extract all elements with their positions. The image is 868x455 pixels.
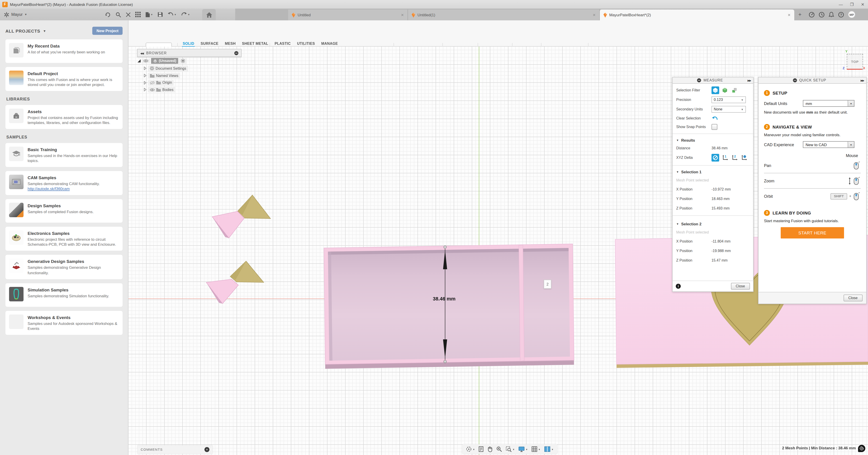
- expanded-icon[interactable]: [137, 59, 141, 62]
- card-workshops-events[interactable]: Workshops & Events Samples used for Auto…: [5, 311, 123, 335]
- secondary-units-dropdown[interactable]: None▼: [712, 106, 746, 113]
- help-icon[interactable]: ?: [838, 11, 844, 18]
- close-tab-icon[interactable]: ✕: [593, 13, 596, 17]
- comments-bar[interactable]: COMMENTS +: [137, 445, 213, 454]
- visibility-eye-icon[interactable]: [142, 59, 150, 63]
- tab-sheet-metal[interactable]: SHEET METAL: [242, 42, 268, 46]
- minimize-icon[interactable]: —: [839, 2, 843, 6]
- xyz-delta-world-button[interactable]: [740, 154, 748, 161]
- all-projects-label[interactable]: ALL PROJECTS: [5, 28, 40, 33]
- minimize-panel-icon[interactable]: [697, 78, 701, 82]
- minimize-panel-icon[interactable]: [793, 78, 797, 82]
- mesh-body-bowtie-2[interactable]: [206, 261, 264, 304]
- minimize-browser-icon[interactable]: [234, 51, 238, 55]
- tab-mesh[interactable]: MESH: [225, 42, 236, 46]
- precision-dropdown[interactable]: 0.123▼: [712, 96, 746, 103]
- chevron-down-icon[interactable]: ▼: [43, 29, 46, 32]
- card-simulation-samples[interactable]: Simulation Samples Samples demonstrating…: [5, 283, 123, 307]
- card-my-recent-data[interactable]: My Recent Data A list of what you've rec…: [5, 39, 123, 63]
- viewports-button[interactable]: ▼: [544, 446, 554, 452]
- save-button[interactable]: [157, 12, 163, 17]
- quick-setup-close-button[interactable]: Close: [843, 295, 863, 301]
- new-project-button[interactable]: New Project: [93, 27, 123, 35]
- card-design-samples[interactable]: Design Samples Samples of completed Fusi…: [5, 199, 123, 223]
- xyz-delta-selection2-button[interactable]: 2: [731, 154, 738, 161]
- maximize-icon[interactable]: ❐: [850, 2, 854, 6]
- notifications-bell-icon[interactable]: [829, 11, 834, 18]
- xyz-delta-selection1-button[interactable]: 1: [721, 154, 729, 161]
- filter-component-button[interactable]: [731, 86, 738, 94]
- redo-button[interactable]: ▼: [181, 12, 190, 17]
- card-electronics-samples[interactable]: Electronics Samples Electronic project f…: [5, 227, 123, 251]
- browser-item-document-settings[interactable]: Document Settings: [144, 65, 188, 71]
- doc-tab-active[interactable]: MayurPatelBoxHeart*(2) ✕: [600, 9, 794, 20]
- visibility-eye-icon[interactable]: [150, 88, 155, 91]
- selection2-section-header[interactable]: ▼ Selection 2: [673, 220, 753, 228]
- new-tab-button[interactable]: +: [798, 9, 802, 20]
- add-comment-icon[interactable]: +: [205, 447, 210, 452]
- orbit-tool-button[interactable]: ▼: [466, 446, 475, 452]
- close-document-button[interactable]: [126, 12, 131, 17]
- tab-solid[interactable]: SOLID: [183, 42, 194, 46]
- grid-snap-button[interactable]: ▼: [531, 446, 540, 452]
- doc-tab-untitled[interactable]: Untitled ✕: [288, 9, 408, 20]
- heart-box-tray-body[interactable]: [324, 244, 574, 369]
- browser-item-origin[interactable]: Origin: [144, 80, 188, 85]
- user-menu[interactable]: Mayur ▼: [4, 9, 27, 20]
- close-tab-icon[interactable]: ✕: [788, 13, 790, 17]
- home-tab-button[interactable]: [202, 9, 216, 20]
- expand-panel-icon[interactable]: ▶▶: [861, 79, 864, 82]
- info-icon[interactable]: i: [676, 284, 681, 289]
- tab-surface[interactable]: SURFACE: [200, 42, 218, 46]
- visibility-off-eye-icon[interactable]: [150, 81, 155, 84]
- browser-root-row[interactable]: (Unsaved): [137, 58, 188, 64]
- mesh-body-bowtie-1[interactable]: [212, 195, 271, 238]
- file-menu-button[interactable]: ▼: [145, 11, 153, 18]
- view-cube[interactable]: TOP: [847, 54, 863, 70]
- feedback-bubble-icon[interactable]: [858, 445, 865, 452]
- doc-tab-untitled-1[interactable]: Untitled(1) ✕: [408, 9, 600, 20]
- pan-tool-button[interactable]: [487, 446, 493, 452]
- zoom-tool-button[interactable]: [496, 446, 502, 452]
- tab-manage[interactable]: MANAGE: [321, 42, 338, 46]
- cad-experience-dropdown[interactable]: New to CAD ▼: [803, 142, 855, 148]
- card-basic-training[interactable]: Basic Training Samples used in the Hands…: [5, 143, 123, 167]
- card-generative-design-samples[interactable]: Generative Design Samples Samples demons…: [5, 255, 123, 279]
- display-settings-button[interactable]: ▼: [518, 446, 528, 452]
- view-cube-face-label[interactable]: TOP: [851, 60, 859, 64]
- browser-item-bodies[interactable]: Bodies: [144, 87, 188, 92]
- close-window-icon[interactable]: ✕: [861, 2, 864, 6]
- filter-body-button[interactable]: [712, 86, 719, 94]
- cam-samples-link[interactable]: http://autode.sk/f360cam: [28, 187, 70, 191]
- expand-icon[interactable]: [144, 74, 147, 78]
- root-component[interactable]: (Unsaved): [151, 58, 178, 64]
- expand-icon[interactable]: [144, 81, 147, 84]
- activate-radio[interactable]: [179, 58, 187, 64]
- search-button[interactable]: [115, 11, 121, 18]
- default-units-dropdown[interactable]: mm ▼: [803, 100, 855, 107]
- expand-icon[interactable]: [144, 66, 147, 70]
- collapse-browser-icon[interactable]: ◀◀: [140, 51, 144, 55]
- undo-button[interactable]: ▼: [167, 12, 177, 17]
- selection1-section-header[interactable]: ▼ Selection 1: [673, 168, 753, 176]
- filter-solid-body-button[interactable]: [721, 86, 729, 94]
- recent-clock-icon[interactable]: [819, 11, 825, 18]
- clear-selection-undo-icon[interactable]: [712, 116, 718, 121]
- tab-plastic[interactable]: PLASTIC: [275, 42, 290, 46]
- sync-button[interactable]: [105, 11, 111, 18]
- look-at-button[interactable]: [478, 446, 484, 452]
- card-assets[interactable]: Assets Project that contains assets used…: [5, 105, 123, 129]
- xyz-delta-none-button[interactable]: [712, 154, 719, 161]
- zoom-window-button[interactable]: ▼: [506, 446, 515, 452]
- tab-utilities[interactable]: UTILITIES: [297, 42, 315, 46]
- grid-menu-button[interactable]: [135, 12, 141, 17]
- card-default-project[interactable]: Default Project This comes with Fusion a…: [5, 67, 123, 91]
- start-here-button[interactable]: START HERE: [781, 228, 844, 239]
- avatar[interactable]: MP: [848, 11, 855, 18]
- job-status-icon[interactable]: [809, 11, 815, 18]
- expand-icon[interactable]: [144, 88, 147, 91]
- card-cam-samples[interactable]: CAM Samples Samples demonstrating CAM fu…: [5, 171, 123, 195]
- browser-item-named-views[interactable]: Named Views: [144, 73, 188, 78]
- expand-panel-icon[interactable]: ▶▶: [748, 79, 751, 82]
- show-snap-points-checkbox[interactable]: [712, 124, 717, 130]
